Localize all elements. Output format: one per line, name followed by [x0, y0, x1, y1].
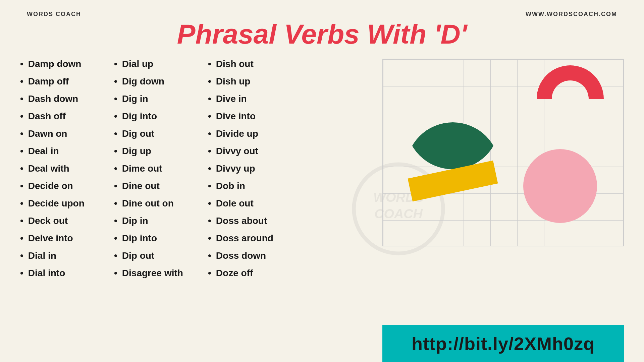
list-item: Decide on — [20, 181, 114, 191]
list-item: Dig out — [114, 128, 208, 139]
list-item: Divide up — [208, 128, 302, 139]
list-item: Dial in — [20, 250, 114, 261]
list-item: Deal with — [20, 163, 114, 174]
list-item: Divvy up — [208, 163, 302, 174]
list-item: Dig down — [114, 76, 208, 87]
pink-circle — [523, 149, 597, 223]
brand-left: WORDS COACH — [27, 11, 81, 18]
list-item: Dip into — [114, 233, 208, 244]
list-item: Dine out on — [114, 198, 208, 209]
list-item: Dine out — [114, 181, 208, 191]
column-1: Damp downDamp offDash downDash offDawn o… — [20, 55, 114, 362]
list-item: Delve into — [20, 233, 114, 244]
list-item: Decide upon — [20, 198, 114, 209]
list-item: Divvy out — [208, 146, 302, 157]
list-item: Dob in — [208, 181, 302, 191]
list-item: Dig into — [114, 111, 208, 122]
list-item: Dig in — [114, 94, 208, 104]
url-text: http://bit.ly/2XMh0zq — [412, 333, 595, 354]
content-area: Damp downDamp offDash downDash offDawn o… — [20, 55, 624, 362]
list-item: Dip in — [114, 216, 208, 226]
list-item: Dig up — [114, 146, 208, 157]
list-item: Dial into — [20, 268, 114, 279]
list-item: Damp down — [20, 59, 114, 69]
list-item: Damp off — [20, 76, 114, 87]
list-item: Dawn on — [20, 128, 114, 139]
url-bar[interactable]: http://bit.ly/2XMh0zq — [382, 325, 624, 362]
list-item: Doss about — [208, 216, 302, 226]
list-item: Dole out — [208, 198, 302, 209]
page-title: Phrasal Verbs With 'D' — [0, 18, 644, 50]
column-2: Dial upDig downDig inDig intoDig outDig … — [114, 55, 208, 362]
list-item: Dive in — [208, 94, 302, 104]
list-item: Dish out — [208, 59, 302, 69]
list-item: Doze off — [208, 268, 302, 279]
list-item: Dial up — [114, 59, 208, 69]
list-item: Dash off — [20, 111, 114, 122]
list-item: Doss around — [208, 233, 302, 244]
list-item: Deck out — [20, 216, 114, 226]
red-arc — [533, 62, 607, 136]
list-item: Dish up — [208, 76, 302, 87]
list-item: Dime out — [114, 163, 208, 174]
list-item: Dash down — [20, 94, 114, 104]
column-3: Dish outDish upDive inDive intoDivide up… — [208, 55, 302, 362]
list-item: Dip out — [114, 250, 208, 261]
list-item: Disagree with — [114, 268, 208, 279]
list-item: Deal in — [20, 146, 114, 157]
brand-right: WWW.WORDSCOACH.COM — [526, 11, 617, 18]
graphics-area: WORDS COACH http://bit.ly/2XMh0zq — [302, 55, 624, 362]
list-item: Doss down — [208, 250, 302, 261]
list-item: Dive into — [208, 111, 302, 122]
